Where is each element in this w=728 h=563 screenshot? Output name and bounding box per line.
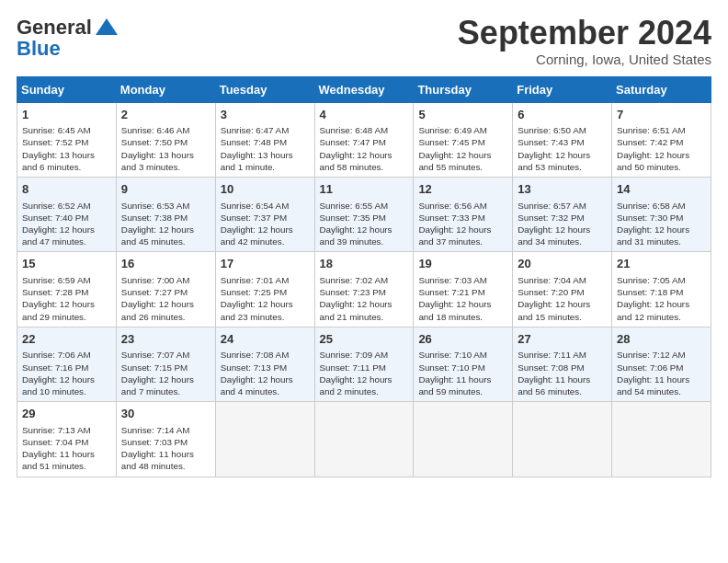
day-number: 6 [518,107,607,123]
day-number: 10 [221,181,310,198]
day-number: 9 [121,181,210,198]
title-block: September 2024 Corning, Iowa, United Sta… [458,15,711,67]
week-row-1: 1Sunrise: 6:45 AM Sunset: 7:52 PM Daylig… [17,102,711,177]
day-number: 4 [320,107,409,123]
day-number: 17 [221,256,310,272]
day-number: 21 [617,256,706,272]
day-info: Sunrise: 6:46 AM Sunset: 7:50 PM Dayligh… [121,124,210,173]
day-cell-18: 18Sunrise: 7:02 AM Sunset: 7:23 PM Dayli… [314,252,414,327]
day-info: Sunrise: 7:11 AM Sunset: 7:08 PM Dayligh… [518,349,607,397]
day-cell-8: 8Sunrise: 6:52 AM Sunset: 7:40 PM Daylig… [17,178,117,252]
day-cell-21: 21Sunrise: 7:05 AM Sunset: 7:18 PM Dayli… [612,252,711,327]
day-info: Sunrise: 6:54 AM Sunset: 7:37 PM Dayligh… [221,200,310,248]
day-number: 20 [518,256,607,272]
day-info: Sunrise: 6:50 AM Sunset: 7:43 PM Dayligh… [518,124,607,173]
day-cell-20: 20Sunrise: 7:04 AM Sunset: 7:20 PM Dayli… [513,252,612,327]
day-cell-13: 13Sunrise: 6:57 AM Sunset: 7:32 PM Dayli… [513,178,612,252]
day-cell-14: 14Sunrise: 6:58 AM Sunset: 7:30 PM Dayli… [612,178,711,252]
day-info: Sunrise: 7:13 AM Sunset: 7:04 PM Dayligh… [22,424,111,473]
day-info: Sunrise: 6:53 AM Sunset: 7:38 PM Dayligh… [121,200,210,248]
page: General Blue September 2024 Corning, Iow… [0,0,728,563]
day-number: 29 [22,406,111,422]
svg-marker-0 [96,18,118,35]
day-cell-empty [612,402,711,477]
calendar-title: September 2024 [458,15,711,52]
col-header-monday: Monday [116,76,215,102]
calendar-table: SundayMondayTuesdayWednesdayThursdayFrid… [17,76,711,477]
col-header-tuesday: Tuesday [215,76,314,102]
header: General Blue September 2024 Corning, Iow… [17,15,711,67]
day-number: 11 [320,181,409,198]
logo-blue: Blue [17,37,61,61]
day-number: 27 [518,331,607,348]
col-header-thursday: Thursday [414,76,513,102]
day-cell-12: 12Sunrise: 6:56 AM Sunset: 7:33 PM Dayli… [414,178,513,252]
week-row-3: 15Sunrise: 6:59 AM Sunset: 7:28 PM Dayli… [17,252,711,327]
day-cell-1: 1Sunrise: 6:45 AM Sunset: 7:52 PM Daylig… [17,102,117,177]
day-cell-16: 16Sunrise: 7:00 AM Sunset: 7:27 PM Dayli… [116,252,215,327]
day-cell-3: 3Sunrise: 6:47 AM Sunset: 7:48 PM Daylig… [215,102,314,177]
day-info: Sunrise: 6:48 AM Sunset: 7:47 PM Dayligh… [320,124,409,173]
day-cell-6: 6Sunrise: 6:50 AM Sunset: 7:43 PM Daylig… [513,102,612,177]
logo: General Blue [17,15,119,61]
day-number: 19 [418,256,507,272]
day-info: Sunrise: 7:06 AM Sunset: 7:16 PM Dayligh… [22,349,111,397]
day-number: 22 [22,331,111,348]
day-number: 26 [418,331,507,348]
day-info: Sunrise: 6:45 AM Sunset: 7:52 PM Dayligh… [22,124,111,173]
day-info: Sunrise: 6:58 AM Sunset: 7:30 PM Dayligh… [617,200,706,248]
day-cell-30: 30Sunrise: 7:14 AM Sunset: 7:03 PM Dayli… [116,402,215,477]
day-cell-15: 15Sunrise: 6:59 AM Sunset: 7:28 PM Dayli… [17,252,117,327]
day-cell-24: 24Sunrise: 7:08 AM Sunset: 7:13 PM Dayli… [215,327,314,401]
day-cell-26: 26Sunrise: 7:10 AM Sunset: 7:10 PM Dayli… [414,327,513,401]
col-header-saturday: Saturday [612,76,711,102]
day-cell-27: 27Sunrise: 7:11 AM Sunset: 7:08 PM Dayli… [513,327,612,401]
col-header-wednesday: Wednesday [314,76,414,102]
week-row-4: 22Sunrise: 7:06 AM Sunset: 7:16 PM Dayli… [17,327,711,401]
day-number: 24 [221,331,310,348]
day-info: Sunrise: 6:47 AM Sunset: 7:48 PM Dayligh… [221,124,310,173]
day-cell-17: 17Sunrise: 7:01 AM Sunset: 7:25 PM Dayli… [215,252,314,327]
day-cell-25: 25Sunrise: 7:09 AM Sunset: 7:11 PM Dayli… [314,327,414,401]
day-number: 15 [22,256,111,272]
day-info: Sunrise: 7:10 AM Sunset: 7:10 PM Dayligh… [418,349,507,397]
logo-general: General [17,17,92,38]
day-number: 3 [221,107,310,123]
day-number: 28 [617,331,706,348]
day-info: Sunrise: 6:57 AM Sunset: 7:32 PM Dayligh… [518,200,607,248]
day-info: Sunrise: 7:08 AM Sunset: 7:13 PM Dayligh… [221,349,310,397]
day-info: Sunrise: 7:05 AM Sunset: 7:18 PM Dayligh… [617,274,706,323]
day-info: Sunrise: 7:09 AM Sunset: 7:11 PM Dayligh… [320,349,409,397]
day-number: 2 [121,107,210,123]
day-info: Sunrise: 7:12 AM Sunset: 7:06 PM Dayligh… [617,349,706,397]
day-info: Sunrise: 6:52 AM Sunset: 7:40 PM Dayligh… [22,200,111,248]
day-number: 13 [518,181,607,198]
day-cell-9: 9Sunrise: 6:53 AM Sunset: 7:38 PM Daylig… [116,178,215,252]
day-cell-28: 28Sunrise: 7:12 AM Sunset: 7:06 PM Dayli… [612,327,711,401]
day-info: Sunrise: 7:02 AM Sunset: 7:23 PM Dayligh… [320,274,409,323]
day-info: Sunrise: 6:59 AM Sunset: 7:28 PM Dayligh… [22,274,111,323]
day-info: Sunrise: 7:01 AM Sunset: 7:25 PM Dayligh… [221,274,310,323]
day-number: 5 [418,107,507,123]
day-info: Sunrise: 7:14 AM Sunset: 7:03 PM Dayligh… [121,424,210,473]
day-number: 7 [617,107,706,123]
day-cell-5: 5Sunrise: 6:49 AM Sunset: 7:45 PM Daylig… [414,102,513,177]
day-cell-10: 10Sunrise: 6:54 AM Sunset: 7:37 PM Dayli… [215,178,314,252]
day-number: 23 [121,331,210,348]
day-number: 12 [418,181,507,198]
day-cell-29: 29Sunrise: 7:13 AM Sunset: 7:04 PM Dayli… [17,402,117,477]
day-info: Sunrise: 7:07 AM Sunset: 7:15 PM Dayligh… [121,349,210,397]
day-info: Sunrise: 7:03 AM Sunset: 7:21 PM Dayligh… [418,274,507,323]
week-row-2: 8Sunrise: 6:52 AM Sunset: 7:40 PM Daylig… [17,178,711,252]
header-row: SundayMondayTuesdayWednesdayThursdayFrid… [17,76,711,102]
day-cell-22: 22Sunrise: 7:06 AM Sunset: 7:16 PM Dayli… [17,327,117,401]
day-number: 1 [22,107,111,123]
col-header-friday: Friday [513,76,612,102]
day-info: Sunrise: 6:55 AM Sunset: 7:35 PM Dayligh… [320,200,409,248]
week-row-5: 29Sunrise: 7:13 AM Sunset: 7:04 PM Dayli… [17,402,711,477]
day-cell-7: 7Sunrise: 6:51 AM Sunset: 7:42 PM Daylig… [612,102,711,177]
day-cell-empty [513,402,612,477]
day-cell-11: 11Sunrise: 6:55 AM Sunset: 7:35 PM Dayli… [314,178,414,252]
day-cell-empty [314,402,414,477]
day-info: Sunrise: 7:04 AM Sunset: 7:20 PM Dayligh… [518,274,607,323]
